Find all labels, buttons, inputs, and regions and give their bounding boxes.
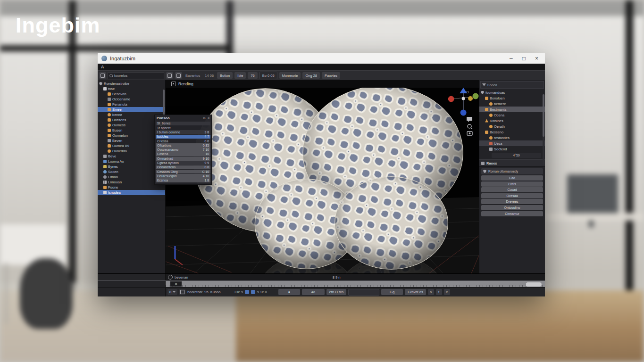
panel-row[interactable]: Omnartnad 9 10	[156, 156, 210, 161]
properties-button[interactable]: Cinnamur	[481, 211, 543, 216]
object-label: Ounedda	[112, 149, 127, 153]
properties-button[interactable]: Cucad	[481, 187, 543, 192]
panel-row[interactable]: Oeuresuegnd 4 10	[156, 174, 210, 178]
object-label: Lnnouan	[108, 180, 122, 184]
maximize-button[interactable]: □	[522, 55, 526, 62]
pause-button[interactable]	[251, 290, 255, 294]
properties-row[interactable]: Soctend	[479, 146, 545, 152]
ruler-track[interactable]: 8	[166, 281, 545, 287]
properties-search-input[interactable]: Fooca	[480, 81, 544, 89]
toolbar-button-6[interactable]: Paovtes	[322, 72, 340, 79]
properties-row[interactable]: bemere	[479, 101, 545, 107]
outliner-row[interactable]: Isnudea	[98, 190, 165, 195]
outliner-row[interactable]: tnse	[98, 86, 165, 91]
pin-icon[interactable]: ⊙	[203, 116, 206, 120]
playbar-input[interactable]	[348, 289, 379, 296]
frame-select[interactable]: 8	[167, 289, 177, 295]
record-button[interactable]: ●	[278, 289, 300, 295]
properties-row[interactable]: Bestmants	[479, 107, 545, 112]
outliner-row[interactable]: Ronslenastrolbe	[98, 81, 165, 86]
ruler-zoom-pill[interactable]	[525, 282, 542, 287]
properties-button-label: Drevees	[506, 200, 518, 203]
filter-icon-button[interactable]	[99, 72, 106, 79]
properties-button[interactable]: Crats	[481, 181, 543, 187]
properties-row[interactable]: Ocena	[479, 112, 545, 118]
object-label: bemere	[494, 102, 506, 106]
play-button[interactable]	[245, 290, 249, 294]
playbar-button-b[interactable]: 4o	[302, 289, 325, 295]
toolbar-button-3[interactable]: 76	[248, 72, 257, 79]
properties-row[interactable]: foomandoas	[479, 90, 545, 95]
panel-row-label: Cgtesa nyttann	[157, 161, 179, 165]
toolbar-label-2: 14 06	[203, 74, 215, 78]
properties-row[interactable]: Uesa	[479, 140, 545, 146]
outliner-row[interactable]: Ocicename	[98, 97, 165, 102]
toolbar-button-5[interactable]: Ong 28	[302, 72, 320, 79]
playbar-button-d[interactable]: Gg	[381, 289, 403, 295]
toolbar-button-4[interactable]: Monreurie	[279, 72, 301, 79]
viewport[interactable]: Rending	[166, 80, 479, 273]
section-header[interactable]: Raoes	[479, 159, 545, 167]
properties-row[interactable]: Oerath	[479, 123, 545, 129]
panel-row[interactable]: Ovccessnaono 7 10	[156, 148, 210, 152]
panel-row[interactable]: 1r apnect	[156, 126, 210, 130]
angle-field[interactable]: 4°59	[492, 153, 541, 158]
object-label: Sooen	[108, 170, 118, 174]
panel-menu-icon[interactable]: ≡	[208, 116, 209, 120]
outliner-row[interactable]: Benovah	[98, 91, 165, 97]
toolbar-field[interactable]: Bo 0 05	[259, 72, 277, 79]
small-button-2[interactable]: f	[436, 289, 442, 295]
panel-row-label: Ecsnoa	[157, 179, 168, 182]
properties-row[interactable]: Besseno	[479, 129, 545, 135]
scrollbar-thumb[interactable]	[543, 94, 544, 137]
timeline-ruler[interactable]: 8	[98, 280, 545, 287]
current-frame-box[interactable]: 8	[170, 281, 182, 287]
properties-button[interactable]: Ontooulino	[481, 205, 543, 210]
minimize-button[interactable]: –	[510, 55, 513, 62]
properties-button[interactable]: Cao	[481, 175, 543, 181]
floating-panel-header[interactable]: Ponsoo ⊙ ≡	[155, 115, 211, 121]
outliner-toolbar: koorelos	[99, 72, 164, 79]
properties-row[interactable]: Rinsines	[479, 118, 545, 123]
properties-row[interactable]: restandes	[479, 135, 545, 140]
small-button-3[interactable]: c	[444, 289, 450, 295]
outliner-search-input[interactable]: koorelos	[108, 72, 164, 79]
mode-icon-button[interactable]	[166, 72, 173, 79]
playbar-button-e[interactable]: Gravat os	[405, 289, 426, 295]
section-subtitle-row[interactable]: Roman ottomanoedy	[481, 168, 543, 174]
panel-row[interactable]: bubbles 4 7	[156, 135, 210, 139]
object-icon	[485, 131, 488, 134]
toolbar-button-1[interactable]: Botion	[217, 72, 233, 79]
panel-row[interactable]: Cesabes Oteg C 10	[156, 170, 210, 174]
panel-row[interactable]: Cgtesa nyttann 9 9	[156, 161, 210, 165]
keyframe-icon-button[interactable]	[179, 289, 185, 295]
viewport-canvas[interactable]: OLO	[166, 88, 479, 273]
panel-row[interactable]: O tessa 0 0	[156, 139, 210, 143]
snap-icon-button[interactable]	[175, 72, 182, 79]
panel-row[interactable]: Ecsnoa 1.8	[156, 178, 210, 182]
object-icon	[108, 113, 111, 116]
panel-row[interactable]: I bution oo/onno 3 8	[156, 130, 210, 134]
properties-button[interactable]: Drevees	[481, 199, 543, 204]
panel-row[interactable]: Offsetions 0.85	[156, 143, 210, 148]
panel-row[interactable]: Cosena 10	[156, 152, 210, 156]
properties-row[interactable]: Bonoloen	[479, 95, 545, 101]
panel-row[interactable]: Oonanetteno 0.0	[156, 165, 210, 170]
outliner-row[interactable]: Fenanuta	[98, 102, 165, 107]
app-menu-icon[interactable]: A	[101, 65, 104, 69]
properties-button[interactable]: Ovesaa	[481, 193, 543, 198]
object-icon	[103, 87, 107, 90]
panel-row-value: 9 10	[203, 157, 209, 160]
playbar-button-c[interactable]: etb O sto	[326, 289, 346, 295]
panel-row[interactable]: St_tienes	[156, 122, 210, 126]
object-icon	[103, 160, 107, 163]
properties-buttons: Cao Crats Cucad Ovesaa Drevees Ontooulin…	[479, 175, 545, 216]
outliner-row[interactable]: Foone	[98, 185, 165, 190]
toolbar-button-2[interactable]: Ible	[234, 72, 246, 79]
properties-scrollbar[interactable]	[543, 94, 544, 165]
object-label: Ronslenastrolbe	[104, 82, 129, 86]
outliner-row[interactable]: Smee	[98, 107, 165, 112]
small-button-1[interactable]: o	[428, 289, 434, 295]
close-button[interactable]: ×	[535, 55, 538, 62]
keyframe-icon	[180, 290, 184, 294]
